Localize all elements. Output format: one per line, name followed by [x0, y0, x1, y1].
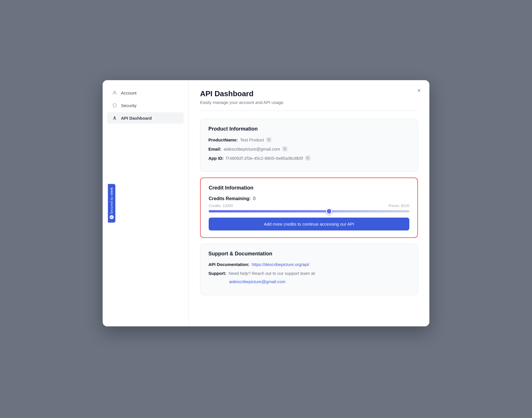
add-credits-button[interactable]: Add more credits to continue accessing o…	[209, 218, 409, 230]
page-title: API Dashboard	[200, 89, 418, 98]
support-card: Support & Documentation API Documentatio…	[200, 244, 418, 295]
support-row: Support: Need help? Reach out to our sup…	[208, 271, 410, 284]
sidebar-item-account-label: Account	[121, 90, 136, 95]
product-name-label: ProductName:	[208, 137, 238, 142]
clerk-badge-text: Secured by	[110, 197, 113, 214]
support-email-link[interactable]: aidescribepicture@gmail.com	[229, 279, 410, 284]
credit-info-title: Credit Information	[209, 185, 409, 191]
page-subtitle: Easily manage your account and API usage…	[200, 100, 418, 111]
copy-email-button[interactable]	[282, 146, 287, 151]
slider-track	[209, 210, 409, 212]
sidebar-item-account[interactable]: Account	[107, 87, 184, 98]
email-label: Email:	[208, 147, 221, 151]
sidebar: Account Security API D	[103, 80, 189, 326]
svg-point-1	[114, 118, 115, 119]
svg-rect-3	[284, 148, 286, 150]
svg-point-0	[114, 91, 116, 93]
person-icon	[112, 90, 118, 96]
credits-remaining-value: 0	[253, 196, 256, 201]
sidebar-item-security-label: Security	[121, 103, 136, 108]
clerk-brand-name: clerk	[110, 188, 113, 196]
shield-icon	[112, 102, 118, 108]
email-row: Email: aidescribepicture@gmail.com	[208, 146, 410, 151]
email-value: aidescribepicture@gmail.com	[224, 147, 280, 151]
copy-product-name-button[interactable]	[266, 137, 271, 142]
price-label: Prices: $120	[389, 204, 409, 208]
close-button[interactable]: ×	[414, 86, 424, 95]
credits-slider-container	[209, 210, 409, 212]
support-text: Need help? Reach out to our support team…	[228, 271, 316, 276]
support-title: Support & Documentation	[208, 251, 410, 257]
clerk-badge: C Secured by clerk	[108, 184, 115, 223]
rocket-icon	[112, 115, 118, 121]
slider-thumb[interactable]	[326, 208, 332, 214]
product-info-title: Product Information	[208, 126, 410, 132]
support-label: Support:	[208, 271, 226, 276]
app-id-value: f748092f-2f3e-45c2-8805-0e85a36c8b5f	[226, 156, 303, 161]
api-doc-link[interactable]: https://describepicture.org/api/	[252, 262, 309, 267]
sidebar-item-api-dashboard[interactable]: API Dashboard	[107, 112, 184, 124]
svg-rect-2	[268, 139, 270, 141]
copy-app-id-button[interactable]	[305, 155, 310, 161]
product-info-card: Product Information ProductName: Test Pr…	[200, 119, 418, 172]
main-content: × API Dashboard Easily manage your accou…	[189, 80, 429, 326]
credits-meta-row: Credits: 12000 Prices: $120	[209, 204, 409, 208]
app-id-label: App ID:	[208, 156, 224, 161]
product-name-value: Test Product	[240, 137, 264, 142]
credits-amount-label: Credits: 12000	[209, 204, 233, 208]
product-name-row: ProductName: Test Product	[208, 137, 410, 142]
svg-rect-4	[307, 157, 309, 159]
app-id-row: App ID: f748092f-2f3e-45c2-8805-0e85a36c…	[208, 155, 410, 161]
api-doc-label: API Documentation:	[208, 262, 249, 267]
credits-remaining-row: Credits Remaining: 0	[209, 196, 409, 201]
sidebar-item-api-dashboard-label: API Dashboard	[121, 116, 152, 121]
sidebar-item-security[interactable]: Security	[107, 100, 184, 111]
modal-dialog: C Secured by clerk Account	[103, 80, 429, 326]
credits-remaining-label: Credits Remaining:	[209, 196, 251, 201]
clerk-logo-icon: C	[109, 215, 114, 219]
api-doc-row: API Documentation: https://describepictu…	[208, 262, 410, 267]
credit-info-card: Credit Information Credits Remaining: 0 …	[200, 178, 418, 238]
